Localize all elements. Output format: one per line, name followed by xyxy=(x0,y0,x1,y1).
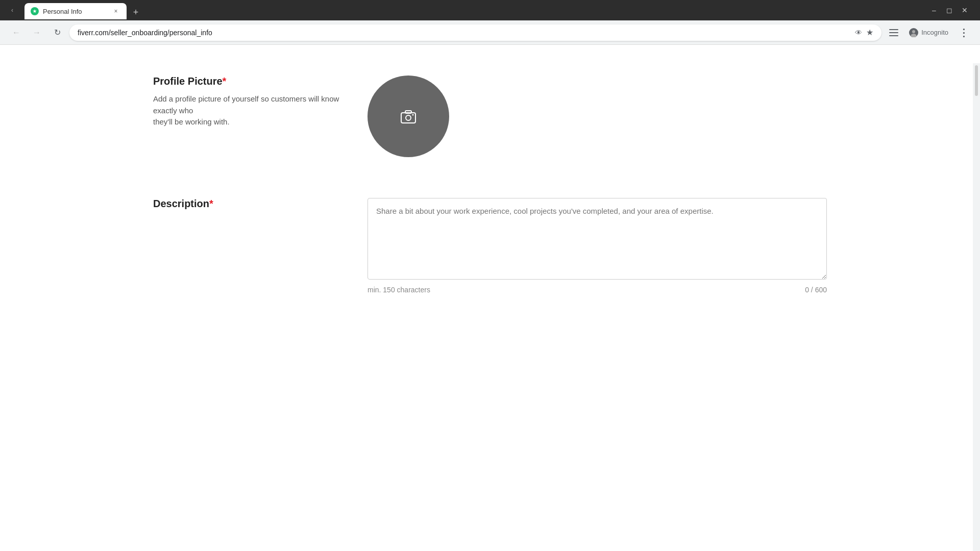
tabs-bar: Personal Info × + xyxy=(24,1,923,19)
browser-chrome: ‹ Personal Info × + – ◻ ✕ xyxy=(0,0,980,20)
svg-rect-8 xyxy=(405,111,411,113)
incognito-label: Incognito xyxy=(921,29,948,36)
profile-picture-upload-button[interactable] xyxy=(368,76,449,157)
description-textarea[interactable] xyxy=(368,198,827,280)
address-bar-icons: 👁︎ ★ xyxy=(855,28,873,37)
tab-title: Personal Info xyxy=(43,8,107,15)
sidebar-toggle-button[interactable] xyxy=(886,24,902,41)
incognito-button[interactable]: Incognito xyxy=(904,26,953,39)
profile-picture-title: Profile Picture* xyxy=(153,76,347,87)
minimize-button[interactable]: – xyxy=(927,3,941,17)
svg-point-7 xyxy=(406,115,411,120)
active-tab[interactable]: Personal Info × xyxy=(24,3,127,19)
description-required: * xyxy=(209,198,213,209)
window-controls: – ◻ ✕ xyxy=(927,3,972,17)
tab-close-button[interactable]: × xyxy=(111,7,120,16)
char-count-display: 0 / 600 xyxy=(805,286,827,294)
profile-picture-description: Add a profile picture of yourself so cus… xyxy=(153,93,347,128)
tab-favicon xyxy=(31,7,39,15)
svg-rect-0 xyxy=(889,29,898,30)
form-container: Profile Picture* Add a profile picture o… xyxy=(122,76,857,294)
svg-point-4 xyxy=(912,30,915,33)
description-label-area: Description* xyxy=(153,198,347,216)
address-bar[interactable]: fiverr.com/seller_onboarding/personal_in… xyxy=(69,24,881,41)
camera-icon xyxy=(400,108,416,124)
char-info-bar: min. 150 characters 0 / 600 xyxy=(368,286,827,294)
title-bar: ‹ Personal Info × + – ◻ ✕ xyxy=(0,0,980,20)
description-section: Description* min. 150 characters 0 / 600 xyxy=(153,198,827,294)
cursor-indicator xyxy=(408,130,409,138)
svg-point-9 xyxy=(412,114,414,116)
tab-nav-back-button[interactable]: ‹ xyxy=(4,2,20,18)
profile-picture-upload-area xyxy=(368,76,827,157)
svg-rect-2 xyxy=(889,35,898,36)
close-button[interactable]: ✕ xyxy=(958,3,972,17)
back-button[interactable]: ← xyxy=(8,24,24,41)
url-text: fiverr.com/seller_onboarding/personal_in… xyxy=(78,29,851,37)
eye-slash-icon: 👁︎ xyxy=(855,29,862,37)
profile-picture-label-area: Profile Picture* Add a profile picture o… xyxy=(153,76,347,128)
description-content-area: min. 150 characters 0 / 600 xyxy=(368,198,827,294)
maximize-button[interactable]: ◻ xyxy=(942,3,957,17)
nav-right-controls: Incognito ⋮ xyxy=(886,24,972,41)
profile-picture-required: * xyxy=(223,76,227,87)
scrollbar[interactable] xyxy=(973,63,980,551)
navigation-bar: ← → ↻ fiverr.com/seller_onboarding/perso… xyxy=(0,20,980,45)
forward-button[interactable]: → xyxy=(29,24,45,41)
profile-picture-section: Profile Picture* Add a profile picture o… xyxy=(153,76,827,157)
svg-rect-1 xyxy=(889,32,898,33)
page-content: Profile Picture* Add a profile picture o… xyxy=(0,45,980,533)
bookmark-star-icon[interactable]: ★ xyxy=(866,28,873,37)
min-chars-label: min. 150 characters xyxy=(368,286,430,294)
description-title: Description* xyxy=(153,198,347,210)
scrollbar-thumb[interactable] xyxy=(975,65,978,96)
more-options-button[interactable]: ⋮ xyxy=(955,24,972,41)
refresh-button[interactable]: ↻ xyxy=(49,24,65,41)
new-tab-button[interactable]: + xyxy=(129,5,143,19)
favicon-icon xyxy=(33,9,37,13)
